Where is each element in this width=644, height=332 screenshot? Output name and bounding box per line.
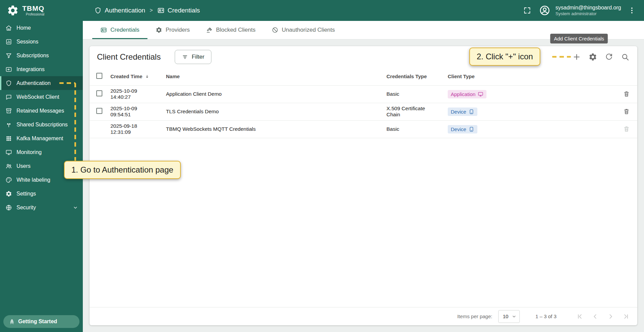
trash-icon (623, 108, 630, 115)
first-page-button[interactable] (572, 309, 587, 324)
cell-created-time: 2025-10-09 14:40:27 (106, 85, 162, 103)
settings-icon (5, 190, 12, 197)
rocket-icon (9, 319, 15, 325)
credentials-tab-icon (100, 27, 107, 33)
integrations-icon (5, 66, 12, 73)
blocked-tab-icon (206, 27, 213, 33)
cell-name: TBMQ WebSockets MQTT Credentials (162, 120, 382, 138)
refresh-icon (605, 53, 613, 61)
getting-started-label: Getting Started (18, 319, 57, 325)
tbmq-logo[interactable]: TBMQ Professional (0, 0, 83, 21)
filter-button[interactable]: Filter (175, 50, 211, 64)
logo-title: TBMQ (22, 5, 44, 12)
table-header-row: Created Time Name Credentials Type Clien… (90, 68, 637, 85)
sidebar-item-label: Security (16, 205, 36, 211)
sort-desc-icon (144, 74, 150, 79)
sidebar-item-home[interactable]: Home (0, 21, 83, 35)
sidebar-item-sessions[interactable]: Sessions (0, 35, 83, 49)
sidebar-item-integrations[interactable]: Integrations (0, 62, 83, 76)
table-row[interactable]: 2025-09-18 12:31:09TBMQ WebSockets MQTT … (90, 120, 637, 138)
breadcrumb-credentials[interactable]: Credentials (157, 7, 200, 14)
annotation-step1: 1. Go to Authentication page (64, 161, 181, 179)
sidebar-item-subscriptions[interactable]: Subscriptions (0, 49, 83, 62)
table-row[interactable]: 2025-10-09 09:54:51TLS Credentials DemoX… (90, 103, 637, 120)
sidebar-item-label: Integrations (16, 66, 45, 72)
last-page-button[interactable] (618, 309, 634, 324)
add-credentials-button[interactable] (569, 49, 585, 65)
device-client-type-badge: Device (448, 125, 477, 133)
authentication-icon (5, 80, 12, 87)
sidebar-item-monitoring[interactable]: Monitoring (0, 145, 83, 159)
security-icon (5, 204, 12, 211)
filter-icon (182, 54, 188, 60)
delete-button[interactable] (620, 105, 633, 118)
page-size-select[interactable]: 10 (498, 310, 520, 323)
credentials-table: Created Time Name Credentials Type Clien… (90, 68, 637, 138)
credentials-icon (157, 7, 165, 14)
user-email: sysadmin@thingsboard.org (555, 4, 621, 11)
table-row[interactable]: 2025-10-09 14:40:27Application Client De… (90, 85, 637, 103)
add-icon (572, 53, 581, 61)
fullscreen-button[interactable] (520, 4, 534, 17)
items-per-page-label: Items per page: (457, 313, 492, 319)
logo-text: TBMQ Professional (22, 5, 44, 16)
tab-credentials[interactable]: Credentials (92, 21, 147, 39)
previous-page-button[interactable] (587, 309, 603, 324)
row-checkbox[interactable] (96, 90, 102, 96)
sidebar-item-websocket-client[interactable]: WebSocket Client (0, 90, 83, 104)
cell-credentials-type: Basic (382, 85, 444, 103)
refresh-button[interactable] (601, 49, 617, 65)
sidebar-item-label: Monitoring (16, 149, 42, 155)
application-monitor-icon (478, 91, 483, 97)
breadcrumb-separator: > (149, 7, 152, 13)
user-avatar-button[interactable] (538, 4, 551, 17)
sidebar-item-label: Retained Messages (16, 108, 64, 114)
breadcrumb: Authentication > Credentials (94, 7, 200, 14)
search-button[interactable] (617, 49, 633, 65)
pagination-bar: Items per page: 10 1 – 3 of 3 (90, 307, 637, 325)
content-area: Client Credentials Filter (83, 39, 644, 332)
search-icon (621, 53, 630, 61)
cell-name: Application Client Demo (162, 85, 382, 103)
client-type-label: Device (451, 126, 466, 132)
next-page-button[interactable] (603, 309, 618, 324)
table-settings-button[interactable] (585, 49, 601, 65)
annotation-dash-authentication (59, 82, 75, 84)
cell-created-time: 2025-09-18 12:31:09 (106, 120, 162, 138)
more-menu-button[interactable] (625, 4, 639, 17)
getting-started-button[interactable]: Getting Started (3, 315, 79, 328)
tab-label: Blocked Clients (216, 27, 256, 33)
tab-blocked-clients[interactable]: Blocked Clients (198, 21, 264, 39)
delete-button[interactable] (620, 87, 633, 101)
account-circle-icon (539, 5, 550, 16)
sessions-icon (5, 38, 12, 45)
breadcrumb-authentication[interactable]: Authentication (94, 7, 145, 14)
websocket-icon (5, 94, 12, 100)
sidebar-item-label: Subscriptions (16, 53, 49, 59)
sidebar-item-kafka-management[interactable]: Kafka Management (0, 131, 83, 145)
kafka-icon (5, 135, 12, 142)
row-checkbox[interactable] (96, 108, 102, 114)
sidebar-item-retained-messages[interactable]: Retained Messages (0, 104, 83, 118)
client-credentials-card: Client Credentials Filter (90, 46, 637, 325)
tab-unauthorized-clients[interactable]: Unauthorized Clients (264, 21, 343, 39)
providers-tab-icon (156, 27, 162, 33)
select-all-checkbox[interactable] (96, 73, 102, 79)
users-icon (5, 163, 12, 170)
tab-providers[interactable]: Providers (147, 21, 198, 39)
column-name[interactable]: Name (162, 68, 382, 85)
sidebar-item-shared-subscriptions[interactable]: Shared Subscriptions (0, 118, 83, 131)
last-page-icon (622, 313, 630, 320)
sidebar-item-label: Authentication (16, 80, 50, 86)
chevron-down-icon (511, 313, 517, 320)
column-client-type[interactable]: Client Type (444, 68, 616, 85)
sidebar-item-label: Shared Subscriptions (16, 122, 68, 128)
topbar-right: sysadmin@thingsboard.org System administ… (520, 4, 639, 17)
column-actions (616, 68, 637, 85)
sidebar-item-security[interactable]: Security (0, 201, 83, 214)
client-type-label: Application (451, 91, 475, 97)
column-credentials-type[interactable]: Credentials Type (382, 68, 444, 85)
sidebar-item-settings[interactable]: Settings (0, 187, 83, 201)
tab-label: Unauthorized Clients (282, 27, 335, 33)
column-created-time[interactable]: Created Time (106, 68, 162, 85)
